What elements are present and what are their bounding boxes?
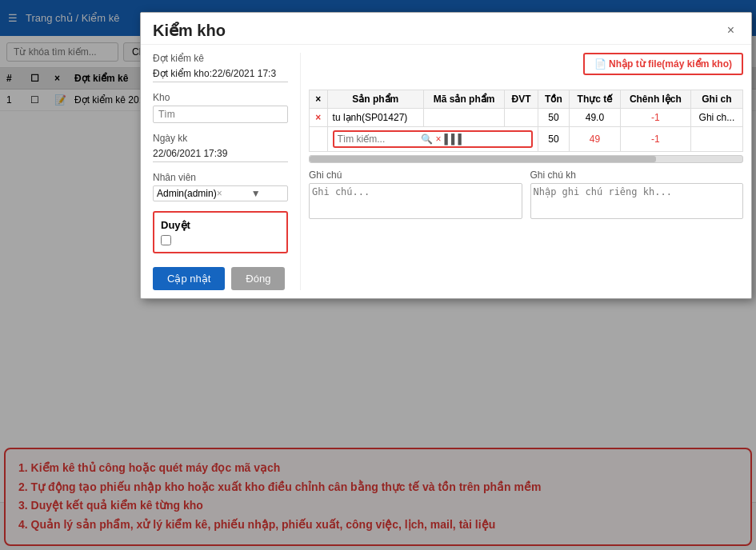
ngay-kk-label: Ngày kk bbox=[153, 133, 288, 144]
nhan-vien-clear-icon[interactable]: × bbox=[217, 188, 250, 199]
clear-search-icon[interactable]: × bbox=[436, 134, 442, 145]
search-empty-cell bbox=[310, 127, 328, 152]
col-ghi-chu: Ghi ch bbox=[690, 90, 742, 109]
horizontal-scrollbar[interactable] bbox=[309, 155, 743, 163]
ghi-chu-1: Ghi ch... bbox=[690, 109, 742, 127]
nhan-vien-value: Admin(admin) bbox=[157, 188, 217, 199]
close-button[interactable]: Đóng bbox=[231, 267, 285, 290]
notes-section: Ghi chú Ghi chú kh bbox=[309, 169, 743, 221]
search-ton: 50 bbox=[538, 127, 569, 152]
remove-product-1-icon[interactable]: × bbox=[315, 112, 321, 123]
product-row-1: × tu lạnh(SP01427) 50 49.0 -1 Ghi ch... bbox=[310, 109, 743, 127]
kho-input[interactable] bbox=[153, 106, 288, 123]
ghi-chu-group: Ghi chú bbox=[309, 169, 522, 221]
duyet-section: Duyệt bbox=[153, 211, 288, 253]
duyet-label: Duyệt bbox=[161, 219, 280, 231]
search-ghi-chu bbox=[690, 127, 742, 152]
modal-dialog: Kiểm kho × Đợt kiểm kê Đợt kiểm kho:22/6… bbox=[140, 12, 752, 299]
duyet-checkbox-row bbox=[161, 235, 280, 245]
search-product-container: 🔍 × ▌▌▌ bbox=[333, 130, 533, 148]
kho-group: Kho bbox=[153, 92, 288, 123]
col-dvt: ĐVT bbox=[505, 90, 538, 109]
product-table: × Sản phẩm Mã sản phẩm ĐVT Tồn Thực tế C… bbox=[309, 90, 743, 152]
ma-sp-1 bbox=[423, 109, 504, 127]
kho-label: Kho bbox=[153, 92, 288, 103]
modal-title: Kiểm kho bbox=[153, 21, 226, 40]
col-ma-san-pham: Mã sản phẩm bbox=[423, 90, 504, 109]
update-button[interactable]: Cập nhật bbox=[153, 267, 225, 290]
col-chenh-lech: Chênh lệch bbox=[620, 90, 690, 109]
search-product-icon[interactable]: 🔍 bbox=[421, 134, 433, 145]
ghi-chu-kh-group: Ghi chú kh bbox=[530, 169, 744, 221]
col-ton: Tồn bbox=[538, 90, 569, 109]
col-san-pham: Sản phẩm bbox=[327, 90, 423, 109]
dot-kiem-ke-value: Đợt kiểm kho:22/6/2021 17:3 bbox=[153, 66, 288, 82]
product-table-header-row: × Sản phẩm Mã sản phẩm ĐVT Tồn Thực tế C… bbox=[310, 90, 743, 109]
dot-kiem-ke-group: Đợt kiểm kê Đợt kiểm kho:22/6/2021 17:3 bbox=[153, 53, 288, 82]
col-thuc-te: Thực tế bbox=[569, 90, 620, 109]
thuc-te-1: 49.0 bbox=[569, 109, 620, 127]
modal-actions: Cập nhật Đóng bbox=[153, 263, 288, 290]
ghi-chu-kh-textarea[interactable] bbox=[530, 183, 744, 219]
dot-kiem-ke-label: Đợt kiểm kê bbox=[153, 53, 288, 64]
nhan-vien-group: Nhân viên Admin(admin) × ▼ bbox=[153, 172, 288, 201]
col-remove: × bbox=[310, 90, 328, 109]
search-thuc-te: 49 bbox=[569, 127, 620, 152]
search-cell: 🔍 × ▌▌▌ bbox=[327, 127, 538, 152]
dvt-1 bbox=[505, 109, 538, 127]
search-chenh-lech: -1 bbox=[620, 127, 690, 152]
product-search-row: 🔍 × ▌▌▌ 50 49 -1 bbox=[310, 127, 743, 152]
duyet-checkbox[interactable] bbox=[161, 235, 171, 245]
modal-left-form: Đợt kiểm kê Đợt kiểm kho:22/6/2021 17:3 … bbox=[141, 53, 301, 290]
ngay-kk-group: Ngày kk 22/06/2021 17:39 bbox=[153, 133, 288, 162]
modal-right: 📄 Nhập từ file(máy kiểm kho) × Sản phẩm … bbox=[301, 53, 751, 290]
ghi-chu-textarea[interactable] bbox=[309, 183, 522, 219]
ngay-kk-value: 22/06/2021 17:39 bbox=[153, 146, 288, 162]
search-product-input[interactable] bbox=[338, 134, 418, 145]
ton-1: 50 bbox=[538, 109, 569, 127]
ghi-chu-label: Ghi chú bbox=[309, 169, 522, 181]
san-pham-1: tu lạnh(SP01427) bbox=[327, 109, 423, 127]
nhan-vien-label: Nhân viên bbox=[153, 172, 288, 183]
modal-close-button[interactable]: × bbox=[722, 22, 739, 39]
modal-body: Đợt kiểm kê Đợt kiểm kho:22/6/2021 17:3 … bbox=[141, 45, 751, 298]
scrollbar-thumb bbox=[310, 156, 656, 162]
nhan-vien-select[interactable]: Admin(admin) × ▼ bbox=[153, 185, 288, 201]
nhan-vien-dropdown-icon[interactable]: ▼ bbox=[251, 188, 284, 199]
chenh-lech-1: -1 bbox=[620, 109, 690, 127]
barcode-icon[interactable]: ▌▌▌ bbox=[445, 134, 466, 145]
ghi-chu-kh-label: Ghi chú kh bbox=[530, 169, 744, 181]
import-file-button[interactable]: 📄 Nhập từ file(máy kiểm kho) bbox=[583, 53, 743, 75]
modal-title-bar: Kiểm kho × bbox=[141, 13, 751, 45]
